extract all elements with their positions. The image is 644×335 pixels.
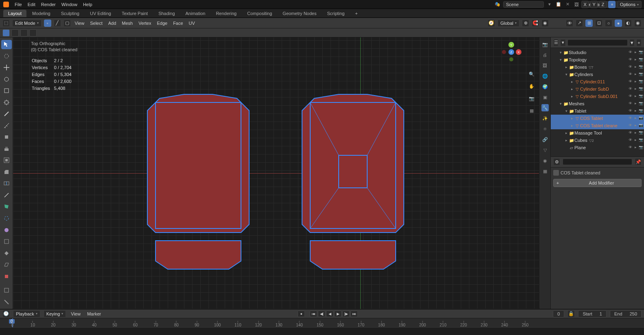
tab-object-icon[interactable]: ▣ [541, 94, 549, 101]
tab-scripting[interactable]: Scripting [322, 10, 349, 17]
outliner-row[interactable]: ▾📁Stududio👁▸📷 [551, 49, 644, 56]
outliner-row[interactable]: ▾📁Meshes👁▸📷 [551, 100, 644, 107]
tab-scene-icon[interactable]: 🌐 [541, 72, 549, 80]
shading-matprev-icon[interactable]: ◐ [624, 20, 632, 27]
jump-start-icon[interactable]: ⏮ [310, 311, 317, 317]
tool-measure[interactable] [1, 121, 12, 131]
play-reverse-icon[interactable]: ◀ [326, 311, 333, 317]
tab-world-icon[interactable]: 🌍 [541, 83, 549, 90]
scene-browse-icon[interactable]: ▾ [546, 1, 553, 8]
nav-gizmo[interactable]: X Y Z [500, 41, 523, 63]
tool-cursor[interactable] [1, 52, 12, 61]
propedit-icon[interactable]: ◉ [541, 20, 549, 27]
tool-scale[interactable] [1, 86, 12, 96]
autokey-icon[interactable]: ● [298, 311, 305, 317]
scene-del-icon[interactable]: ✕ [564, 1, 571, 8]
new-collection-icon[interactable]: + [636, 39, 642, 46]
automerge-icon[interactable]: ⚬ [608, 1, 616, 8]
menu-face[interactable]: Face [171, 21, 184, 26]
outliner-row[interactable]: ▸▽Cylinder.011👁▸📷 [551, 78, 644, 85]
camera-icon[interactable]: 📷 [528, 94, 536, 102]
outliner-row[interactable]: ▸▽COS Tablet👁▸📷 [551, 115, 644, 122]
outliner-row[interactable]: ▸📁Cubes▽2👁▸📷 [551, 137, 644, 144]
menu-edit[interactable]: Edit [28, 2, 35, 7]
gizmo-toggle-icon[interactable]: ↗ [576, 20, 583, 27]
tool-addcube[interactable] [1, 133, 12, 142]
tool-n2[interactable] [1, 297, 12, 307]
tool-polybuild[interactable] [1, 202, 12, 211]
timeline-marker[interactable]: Marker [85, 311, 103, 316]
outliner-row[interactable]: ▸▽COS Tablet cleane👁▸📷 [551, 122, 644, 129]
mirror-y-icon[interactable]: Y [590, 1, 598, 8]
snap-icon[interactable]: 🧲 [532, 20, 539, 27]
end-frame-field[interactable]: End 250 [610, 310, 642, 318]
tool-n1[interactable] [1, 286, 12, 295]
tab-rendering[interactable]: Rendering [211, 10, 241, 17]
mirror-z-icon[interactable]: Z [599, 1, 607, 8]
tool-knife[interactable] [1, 191, 12, 200]
shading-wire-icon[interactable]: ○ [605, 20, 612, 27]
outliner-row[interactable]: ▸▽Cylinder SubD.001👁▸📷 [551, 93, 644, 100]
menu-view2[interactable]: View [73, 21, 86, 26]
menu-select[interactable]: Select [88, 21, 104, 26]
options-dropdown[interactable]: Options▾ [617, 1, 642, 8]
mirror-x-icon[interactable]: X [581, 1, 589, 8]
3d-viewport[interactable]: Top Orthographic (0) COS Tablet cleaned … [13, 37, 539, 309]
shading-solid-icon[interactable]: ● [615, 20, 622, 27]
jump-prevkey-icon[interactable]: ◀| [318, 311, 325, 317]
tab-modifiers-icon[interactable]: 🔧 [541, 104, 549, 111]
menu-add[interactable]: Add [107, 21, 118, 26]
tool-bevel[interactable] [1, 168, 12, 177]
tool-rotate[interactable] [1, 75, 12, 84]
props-search[interactable] [563, 159, 632, 165]
outliner-display-icon[interactable]: ▾ [560, 39, 565, 46]
menu-vertex[interactable]: Vertex [137, 21, 153, 26]
outliner-row[interactable]: ▾📁Cylinders👁▸📷 [551, 71, 644, 78]
outliner-row[interactable]: ▾📁Topology👁▸📷 [551, 56, 644, 63]
tool-rip[interactable] [1, 272, 12, 281]
tool-shear[interactable] [1, 260, 12, 270]
tool-inset[interactable] [1, 156, 12, 165]
tab-sculpting[interactable]: Sculpting [56, 10, 84, 17]
blender-logo-icon[interactable] [3, 2, 9, 7]
lasso-select-icon[interactable] [20, 29, 28, 37]
outliner-row[interactable]: ▾📁Tablet👁▸📷 [551, 107, 644, 115]
outliner-row[interactable]: ▸📁Massage Tool👁▸📷 [551, 129, 644, 137]
outliner-row[interactable]: ▱Plane👁▸📷 [551, 144, 644, 151]
props-pin-icon[interactable]: 📌 [635, 158, 642, 165]
scene-new-icon[interactable]: 📋 [555, 1, 562, 8]
tab-constraints-icon[interactable]: 🔗 [541, 136, 549, 143]
select-face-icon[interactable]: ▢ [64, 20, 71, 27]
tab-add-icon[interactable]: + [350, 10, 362, 17]
tab-layout[interactable]: Layout [3, 10, 26, 17]
outliner-row[interactable]: ▸📁Boxes▽7👁▸📷 [551, 63, 644, 71]
tool-annotate[interactable] [1, 109, 12, 119]
select-edge-icon[interactable]: ╱ [54, 20, 61, 27]
tool-loopcut[interactable] [1, 179, 12, 188]
menu-uv[interactable]: UV [187, 21, 197, 26]
jump-end-icon[interactable]: ⏭ [350, 311, 358, 317]
orientation-icon[interactable]: 🧭 [488, 20, 495, 27]
tab-render-icon[interactable]: 📷 [541, 41, 549, 48]
pivot-icon[interactable]: ⊕ [522, 20, 529, 27]
tab-particles-icon[interactable]: ✨ [541, 115, 549, 122]
tool-shrink[interactable] [1, 248, 12, 258]
tab-output-icon[interactable]: 🖨 [541, 51, 549, 59]
current-frame-field[interactable]: 0 [553, 310, 564, 318]
tool-transform[interactable] [1, 98, 12, 107]
pan-icon[interactable]: ✋ [528, 82, 536, 90]
tool-select[interactable] [1, 40, 12, 49]
scene-input[interactable] [503, 1, 544, 8]
tool-move[interactable] [1, 63, 12, 72]
jump-nextkey-icon[interactable]: |▶ [342, 311, 350, 317]
tab-animation[interactable]: Animation [181, 10, 210, 17]
outliner-tree[interactable]: ▾📁Stududio👁▸📷▾📁Topology👁▸📷▸📁Boxes▽7👁▸📷▾📁… [551, 48, 644, 152]
tab-modeling[interactable]: Modeling [27, 10, 55, 17]
tab-physics-icon[interactable]: ⚛ [541, 125, 549, 133]
playback-dropdown[interactable]: Playback▾ [13, 310, 40, 318]
shading-rendered-icon[interactable]: ◉ [634, 20, 642, 27]
timeline-ruler[interactable]: 0102030405060708090100110120130140150160… [0, 318, 644, 327]
tab-data-icon[interactable]: ▽ [541, 146, 549, 154]
tab-viewlayer-icon[interactable]: 🖼 [541, 62, 549, 69]
tab-texture-paint[interactable]: Texture Paint [117, 10, 153, 17]
